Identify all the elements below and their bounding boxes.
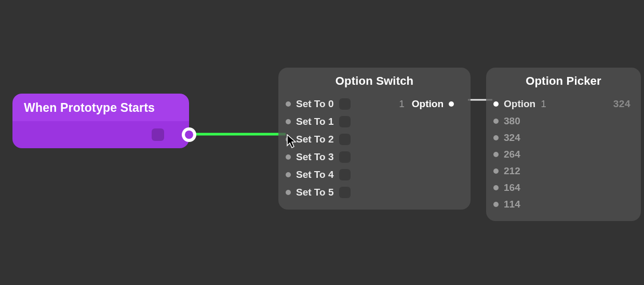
option-value-1[interactable]: 324 <box>493 129 634 146</box>
port-dot-icon <box>493 202 499 207</box>
port-label: Set To 3 <box>296 151 334 163</box>
option-switch-inputs: Set To 0 Set To 1 Set To 2 <box>286 95 390 201</box>
port-dot-icon <box>286 172 291 177</box>
output-port-value[interactable]: 324 <box>613 98 630 110</box>
port-dot-icon <box>493 101 499 107</box>
input-label: Option <box>504 98 535 110</box>
port-label: Set To 5 <box>296 187 334 198</box>
input-port-set-to-0[interactable]: Set To 0 <box>286 95 390 113</box>
option-value-label: 264 <box>504 149 520 160</box>
input-current-value: 1 <box>541 98 546 110</box>
output-port[interactable] <box>182 127 196 142</box>
option-value-4[interactable]: 164 <box>493 179 634 196</box>
node-title: When Prototype Starts <box>12 94 189 121</box>
option-value-label: 164 <box>504 182 520 193</box>
option-value-3[interactable]: 212 <box>493 163 634 179</box>
pulse-indicator-icon <box>339 98 351 110</box>
option-value-0[interactable]: 380 <box>493 113 634 129</box>
option-value-2[interactable]: 264 <box>493 146 634 163</box>
option-value-label: 114 <box>504 199 520 210</box>
port-dot-icon <box>493 135 499 140</box>
output-port-option[interactable]: 1 Option <box>399 95 454 113</box>
port-dot-icon <box>449 101 454 107</box>
input-port-set-to-5[interactable]: Set To 5 <box>286 184 390 201</box>
node-body <box>12 121 189 148</box>
pulse-indicator-icon <box>339 134 351 145</box>
pulse-indicator-icon <box>339 187 351 198</box>
port-dot-icon <box>286 154 291 160</box>
input-port-set-to-4[interactable]: Set To 4 <box>286 166 390 184</box>
port-dot-icon <box>493 185 499 190</box>
port-dot-icon <box>286 137 291 142</box>
port-label: Set To 0 <box>296 98 334 110</box>
port-dot-icon <box>286 119 291 124</box>
output-value: 324 <box>613 98 630 110</box>
port-dot-icon <box>493 169 499 174</box>
option-value-label: 212 <box>504 165 520 177</box>
node-when-prototype-starts[interactable]: When Prototype Starts <box>12 94 189 148</box>
input-port-set-to-3[interactable]: Set To 3 <box>286 148 390 166</box>
node-title: Option Switch <box>278 68 471 93</box>
output-label: Option <box>412 98 444 110</box>
option-value-label: 324 <box>504 132 520 144</box>
input-port-set-to-1[interactable]: Set To 1 <box>286 113 390 131</box>
port-dot-icon <box>286 101 291 107</box>
node-option-picker[interactable]: Option Picker Option 1 324 380 324 <box>486 68 641 221</box>
port-label: Set To 2 <box>296 134 334 145</box>
port-label: Set To 4 <box>296 169 334 180</box>
pulse-indicator-icon <box>339 169 351 180</box>
option-value-5[interactable]: 114 <box>493 196 634 213</box>
output-value: 1 <box>399 98 405 110</box>
canvas[interactable]: When Prototype Starts Option Switch Set … <box>0 0 644 285</box>
port-label: Set To 1 <box>296 116 334 127</box>
input-port-set-to-2[interactable]: Set To 2 <box>286 131 390 148</box>
node-title: Option Picker <box>486 68 641 93</box>
port-dot-icon <box>493 119 499 124</box>
option-value-label: 380 <box>504 115 520 127</box>
pulse-indicator-icon <box>152 128 164 141</box>
port-dot-icon <box>286 190 291 195</box>
pulse-indicator-icon <box>339 116 351 127</box>
node-option-switch[interactable]: Option Switch Set To 0 Set To 1 <box>278 68 471 210</box>
input-port-option[interactable]: Option 1 <box>493 98 546 110</box>
port-dot-icon <box>493 152 499 157</box>
pulse-indicator-icon <box>339 151 351 163</box>
